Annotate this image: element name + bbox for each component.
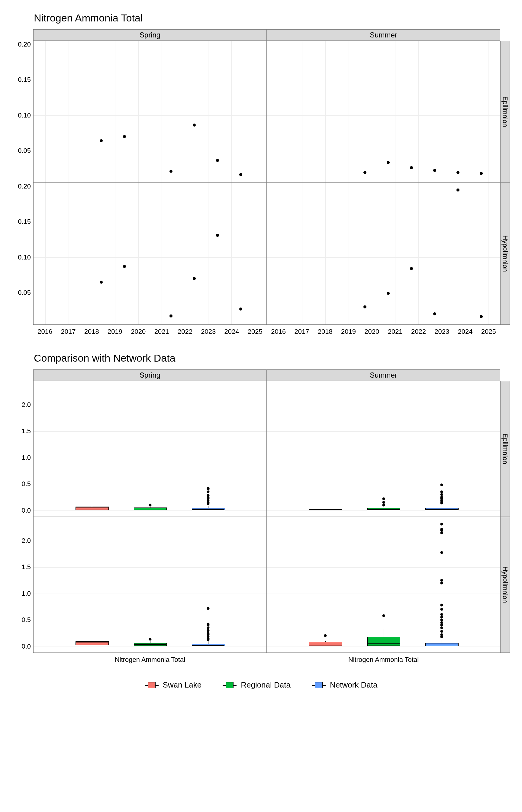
outlier-point [440,528,443,531]
data-point [123,265,126,268]
data-point [480,315,483,318]
y-tick: 0.5 [21,616,31,624]
outlier-point [440,624,443,627]
legend-label: Swan Lake [163,680,202,690]
y-tick: 0.05 [18,289,31,297]
outlier-point [207,629,209,632]
y-tick: 1.0 [21,590,31,597]
y-tick: 1.0 [21,454,31,462]
chart2-title: Comparison with Network Data [34,352,510,364]
outlier-point [382,614,385,617]
y-tick: 0.15 [18,76,31,84]
legend: Swan Lake Regional Data Network Data [12,680,510,690]
x-tick: 2017 [294,328,309,336]
x-tick: 2024 [458,328,473,336]
y-tick: 0.0 [21,507,31,514]
data-point [363,305,366,308]
panel-box-spring-hypolimnion [33,517,267,653]
chart2-row-strip-hypolimnion: Hypolimnion [500,517,510,653]
outlier-point [440,613,443,616]
data-point [216,159,219,162]
legend-item-swan-lake: Swan Lake [145,680,202,690]
outlier-point [440,582,443,584]
chart1-row-strip-hypolimnion: Hypolimnion [500,183,510,325]
x-tick: 2020 [131,328,146,336]
y-tick: 2.0 [21,537,31,545]
data-point [480,172,483,175]
y-tick: 0.20 [18,40,31,48]
chart2-row-strip-epilimnion: Epilimnion [500,381,510,517]
x-tick: 2016 [271,328,286,336]
data-point [457,171,460,174]
y-tick: 2.0 [21,401,31,409]
outlier-point [207,607,209,610]
outlier-point [207,632,209,634]
data-point [239,173,242,176]
chart2-x-label: Nitrogen Ammonia Total [348,656,419,664]
outlier-point [440,551,443,554]
chart1-col-strip-summer: Summer [267,29,500,41]
data-point [433,169,436,172]
y-tick: 0.10 [18,111,31,119]
outlier-point [440,621,443,624]
outlier-point [382,501,385,504]
data-point [457,188,460,191]
data-point [433,312,436,316]
outlier-point [382,497,385,500]
outlier-point [440,627,443,629]
x-tick: 2022 [411,328,426,336]
outlier-point [440,491,443,493]
panel-box-spring-epilimnion [33,381,267,517]
data-point [169,314,173,318]
outlier-point [440,579,443,582]
x-tick: 2019 [341,328,356,336]
data-point [123,135,126,138]
boxplot-box [367,637,401,646]
data-point [193,277,196,280]
outlier-point [207,487,209,489]
y-tick: 0.05 [18,147,31,155]
data-point [387,292,390,295]
outlier-point [207,494,209,497]
x-tick: 2016 [38,328,52,336]
x-tick: 2024 [224,328,239,336]
panel-summer-epilimnion [267,41,500,183]
x-tick: 2022 [178,328,193,336]
legend-item-regional-data: Regional Data [223,680,290,690]
data-point [169,170,173,173]
x-tick: 2023 [201,328,216,336]
chart2-x-label: Nitrogen Ammonia Total [115,656,185,664]
x-tick: 2020 [364,328,379,336]
outlier-point [440,608,443,611]
chart1-title: Nitrogen Ammonia Total [34,12,510,24]
y-tick: 0.5 [21,480,31,488]
panel-spring-hypolimnion [33,183,267,325]
x-tick: 2025 [248,328,262,336]
data-point [100,139,103,142]
panel-summer-hypolimnion [267,183,500,325]
y-tick: 0.20 [18,182,31,190]
y-tick: 1.5 [21,427,31,435]
outlier-point [440,618,443,621]
data-point [193,124,196,126]
legend-label: Regional Data [241,680,290,690]
chart-nitrogen-ammonia-total: Result (mg/L) Nitrogen Ammonia Total Spr… [12,12,510,336]
data-point [363,171,366,174]
y-tick: 1.5 [21,563,31,571]
outlier-point [440,493,443,496]
outlier-point [148,504,151,506]
x-tick: 2021 [154,328,169,336]
data-point [410,267,413,270]
data-point [410,166,413,169]
data-point [239,307,242,310]
outlier-point [440,604,443,607]
y-tick: 0.10 [18,253,31,261]
data-point [387,161,390,164]
chart1-col-strip-spring: Spring [33,29,267,41]
outlier-point [148,638,151,641]
data-point [100,281,103,284]
chart-comparison-network: Results (mg/L) Comparison with Network D… [12,352,510,664]
outlier-point [440,616,443,619]
panel-box-summer-epilimnion [267,381,500,517]
outlier-point [440,532,443,534]
